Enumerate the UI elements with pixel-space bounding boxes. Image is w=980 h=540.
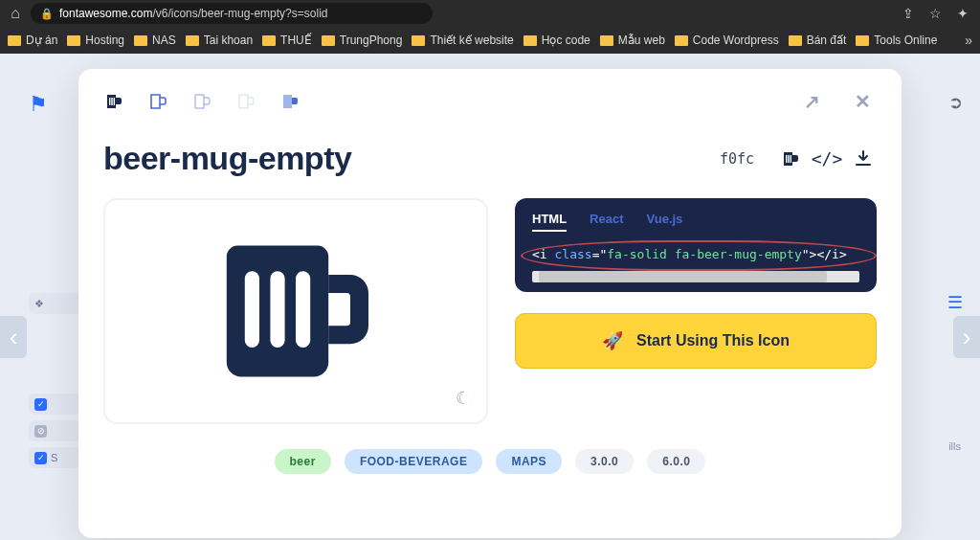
bookmark-folder[interactable]: Bán đất [789, 34, 847, 47]
tab-react[interactable]: React [590, 212, 623, 232]
svg-rect-8 [296, 271, 310, 348]
svg-rect-2 [114, 98, 115, 105]
url-text: fontawesome.com/v6/icons/beer-mug-empty?… [59, 7, 327, 20]
bookmark-folder[interactable]: Tools Online [856, 34, 937, 47]
bookmarks-overflow-icon[interactable]: » [965, 33, 972, 48]
style-light-icon[interactable] [191, 91, 212, 112]
extensions-icon[interactable]: ✦ [953, 6, 972, 21]
style-duotone-icon[interactable] [279, 91, 301, 112]
list-view-icon[interactable]: ☰ [947, 292, 963, 313]
bookmark-star-icon[interactable]: ☆ [925, 6, 946, 21]
bookmark-folder[interactable]: TrungPhong [322, 34, 403, 47]
svg-rect-0 [109, 98, 110, 105]
style-solid-icon[interactable] [103, 91, 124, 112]
login-icon[interactable]: ➲ [948, 92, 963, 113]
style-thin-icon[interactable] [235, 91, 256, 112]
bookmark-folder[interactable]: Tai khoan [186, 34, 253, 47]
code-snippet[interactable]: <i class="fa-solid fa-beer-mug-empty"></… [532, 247, 859, 261]
bg-filter[interactable]: ✓S [29, 447, 81, 468]
icon-name-heading: beer-mug-empty [103, 140, 351, 177]
tag-beer[interactable]: beer [275, 449, 331, 474]
icon-preview-panel: ☾ [103, 198, 488, 424]
horizontal-scrollbar[interactable] [532, 271, 859, 282]
start-using-button[interactable]: 🚀 Start Using This Icon [515, 313, 877, 369]
svg-rect-6 [245, 271, 259, 348]
tab-vue[interactable]: Vue.js [647, 212, 683, 232]
tag-version-6[interactable]: 6.0.0 [647, 449, 705, 474]
bookmark-folder[interactable]: Thiết kế website [412, 34, 513, 47]
tag-version-3[interactable]: 3.0.0 [575, 449, 634, 474]
code-icon[interactable]: </> [813, 146, 840, 172]
tag-food-beverage[interactable]: FOOD-BEVERAGE [345, 449, 483, 474]
svg-rect-4 [788, 155, 789, 163]
beer-mug-empty-icon [205, 220, 387, 402]
bookmark-folder[interactable]: NAS [134, 34, 176, 47]
bookmark-folder[interactable]: Hosting [67, 34, 124, 47]
bg-text: ills [948, 440, 961, 452]
bg-filter-group: ✓ ⊘ ✓S [29, 388, 81, 474]
svg-rect-5 [791, 155, 791, 163]
unicode-value[interactable]: f0fc [720, 150, 754, 168]
open-external-icon[interactable]: ↗ [798, 90, 826, 113]
cta-label: Start Using This Icon [636, 332, 790, 349]
bookmark-folder[interactable]: THUẾ [262, 34, 312, 47]
dark-mode-toggle-icon[interactable]: ☾ [456, 388, 471, 409]
close-icon[interactable]: ✕ [849, 90, 877, 113]
glyph-copy-icon[interactable] [777, 146, 804, 172]
svg-rect-1 [111, 98, 112, 105]
code-snippet-panel: HTML React Vue.js <i class="fa-solid fa-… [515, 198, 877, 292]
icon-detail-modal: ↗ ✕ beer-mug-empty f0fc </> ☾ [78, 69, 902, 538]
svg-rect-3 [786, 155, 787, 163]
bookmark-folder[interactable]: Học code [523, 34, 590, 47]
tag-row: beer FOOD-BEVERAGE MAPS 3.0.0 6.0.0 [103, 449, 877, 474]
share-icon[interactable]: ⇪ [899, 6, 918, 21]
tab-html[interactable]: HTML [532, 212, 567, 232]
code-tabs: HTML React Vue.js [532, 212, 859, 232]
prev-icon-button[interactable]: ‹ [0, 316, 27, 358]
next-icon-button[interactable]: › [953, 316, 980, 358]
bg-filter-group: ❖ [29, 287, 81, 320]
bg-filter[interactable]: ✓ [29, 394, 81, 415]
bg-filter[interactable]: ⊘ [29, 420, 81, 441]
tag-maps[interactable]: MAPS [496, 449, 562, 474]
download-icon[interactable] [850, 146, 877, 172]
address-field[interactable]: 🔒 fontawesome.com/v6/icons/beer-mug-empt… [31, 3, 433, 24]
bookmark-folder[interactable]: Code Wordpress [675, 34, 779, 47]
browser-address-bar: ⌂ 🔒 fontawesome.com/v6/icons/beer-mug-em… [0, 0, 980, 27]
bookmark-folder[interactable]: Mẫu web [600, 34, 665, 47]
fa-flag-logo-icon[interactable]: ⚑ [29, 92, 48, 117]
title-row: beer-mug-empty f0fc </> [103, 140, 877, 177]
lock-icon: 🔒 [40, 8, 54, 20]
bookmark-folder[interactable]: Dự án [8, 34, 57, 47]
rocket-icon: 🚀 [602, 330, 623, 351]
home-icon[interactable]: ⌂ [8, 5, 23, 22]
style-switcher: ↗ ✕ [103, 90, 877, 113]
bookmarks-bar: Dự án Hosting NAS Tai khoan THUẾ TrungPh… [0, 27, 980, 54]
bg-filter[interactable]: ❖ [29, 293, 81, 314]
svg-rect-7 [270, 271, 284, 348]
style-regular-icon[interactable] [147, 91, 168, 112]
